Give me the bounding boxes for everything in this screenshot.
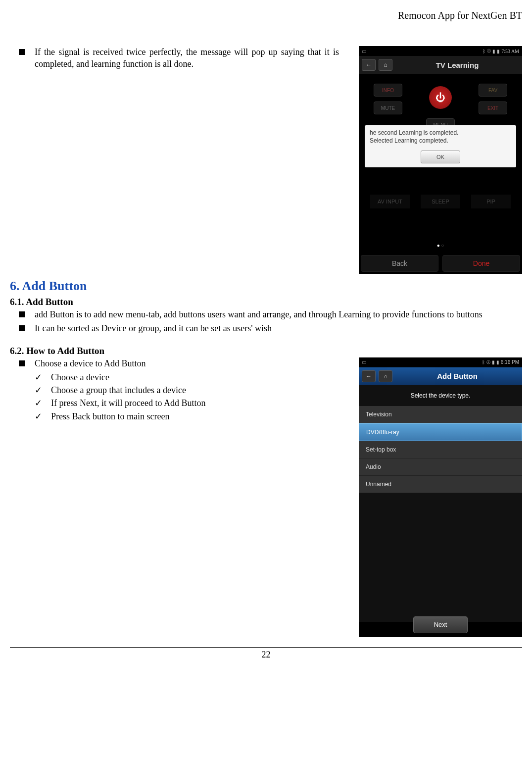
battery-icon: ▮ — [496, 359, 499, 365]
sleep-button[interactable]: SLEEP — [421, 195, 460, 208]
check-icon: ✓ — [35, 384, 42, 396]
device-option-audio[interactable]: Audio — [359, 458, 522, 476]
bullet-icon — [19, 49, 25, 55]
list-item: It can be sorted as Device or group, and… — [10, 322, 522, 334]
intro-text: If the signal is received twice perfectl… — [35, 46, 339, 70]
exit-button[interactable]: EXIT — [479, 101, 507, 114]
mute-button[interactable]: MUTE — [374, 101, 402, 114]
signal-icon: ▮ — [492, 49, 495, 54]
instruction-text: Select the device type. — [359, 385, 522, 406]
check-icon: ✓ — [35, 371, 42, 383]
check-icon: ✓ — [35, 410, 42, 422]
page-number: 22 — [262, 650, 271, 659]
check-item: ✓ Choose a group that includes a device — [10, 384, 339, 396]
screen-title: Add Button — [395, 372, 519, 380]
check-item: ✓ If press Next, it will proceed to Add … — [10, 397, 339, 409]
battery-icon: ▮ — [497, 49, 500, 54]
list-item: Choose a device to Add Button — [10, 357, 339, 369]
bullet-icon — [19, 360, 25, 366]
next-button[interactable]: Next — [413, 616, 468, 633]
intro-bullet: If the signal is received twice perfectl… — [10, 46, 339, 70]
device-option-unnamed[interactable]: Unnamed — [359, 476, 522, 493]
check-text: Choose a group that includes a device — [51, 384, 186, 396]
bullet-text: It can be sorted as Device or group, and… — [35, 322, 522, 334]
signal-icon: ▮ — [492, 359, 495, 365]
bluetooth-icon: ᛒ — [482, 359, 485, 365]
home-icon: ▭ — [362, 359, 366, 365]
list-item: add Button is to add new menu-tab, add b… — [10, 308, 522, 320]
section-title: 6. Add Button — [10, 279, 522, 294]
nav-bar: ← ⌂ TV Learning — [359, 56, 522, 74]
check-text: Press Back button to main screen — [51, 410, 169, 422]
bottom-button-row: AV INPUT SLEEP PIP — [359, 195, 522, 208]
home-button-icon[interactable]: ⌂ — [379, 370, 392, 382]
av-input-button[interactable]: AV INPUT — [370, 195, 410, 208]
screen-title: TV Learning — [395, 61, 519, 69]
intro-row: If the signal is received twice perfectl… — [10, 46, 522, 274]
power-icon: ⏻ — [435, 92, 445, 103]
bullet-text: Choose a device to Add Button — [35, 357, 339, 369]
pip-button[interactable]: PIP — [471, 195, 511, 208]
fav-button[interactable]: FAV — [479, 84, 507, 97]
bullet-text: add Button is to add new menu-tab, add b… — [35, 308, 522, 320]
done-button[interactable]: Done — [442, 255, 520, 272]
status-bar: ▭ ᛒ ⦾ ▮ ▮ 7:53 AM — [359, 46, 522, 56]
subsection-6-2-title: 6.2. How to Add Button — [10, 346, 522, 356]
ok-button[interactable]: OK — [421, 151, 460, 163]
sub2-row: Choose a device to Add Button ✓ Choose a… — [10, 357, 522, 637]
device-option-dvd[interactable]: DVD/Blu-ray — [359, 423, 522, 441]
bullet-icon — [19, 325, 25, 331]
check-icon: ✓ — [35, 397, 42, 409]
add-button-screenshot: ▭ ᛒ ⦾ ▮ ▮ 6:16 PM ← ⌂ Add Button Select … — [359, 357, 522, 637]
device-option-television[interactable]: Television — [359, 406, 522, 423]
bullet-icon — [19, 311, 25, 317]
status-time: 7:53 AM — [501, 49, 519, 54]
check-item: ✓ Choose a device — [10, 371, 339, 383]
dialog-message: he second Learning is completed. Selecte… — [370, 129, 511, 145]
info-button[interactable]: INFO — [374, 84, 402, 97]
status-bar: ▭ ᛒ ⦾ ▮ ▮ 6:16 PM — [359, 357, 522, 367]
check-text: If press Next, it will proceed to Add Bu… — [51, 397, 205, 409]
tv-learning-screenshot: ▭ ᛒ ⦾ ▮ ▮ 7:53 AM ← ⌂ TV Learning INFO F… — [359, 46, 522, 274]
home-button-icon[interactable]: ⌂ — [379, 59, 392, 71]
page-indicator: ● ○ — [359, 243, 522, 248]
back-button[interactable]: Back — [361, 255, 438, 272]
device-option-settop[interactable]: Set-top box — [359, 441, 522, 458]
page-footer: 22 — [10, 647, 522, 660]
footer-buttons: Back Done — [359, 253, 522, 274]
completion-dialog: he second Learning is completed. Selecte… — [365, 125, 516, 167]
document-header: Remocon App for NextGen BT — [10, 10, 522, 21]
nav-bar: ← ⌂ Add Button — [359, 367, 522, 385]
bluetooth-icon: ᛒ — [483, 49, 485, 54]
back-arrow-icon[interactable]: ← — [362, 59, 376, 71]
status-time: 6:16 PM — [501, 359, 519, 365]
header-title: Remocon App for NextGen BT — [398, 10, 522, 21]
section-6: 6. Add Button 6.1. Add Button add Button… — [10, 279, 522, 637]
empty-area — [359, 493, 522, 622]
power-button[interactable]: ⏻ — [429, 86, 452, 109]
home-icon: ▭ — [362, 49, 366, 54]
device-type-list: Television DVD/Blu-ray Set-top box Audio… — [359, 406, 522, 493]
check-text: Choose a device — [51, 371, 109, 383]
subsection-6-1-title: 6.1. Add Button — [10, 297, 522, 307]
check-item: ✓ Press Back button to main screen — [10, 410, 339, 422]
wifi-icon: ⦾ — [486, 359, 490, 365]
back-arrow-icon[interactable]: ← — [362, 370, 376, 382]
wifi-icon: ⦾ — [487, 48, 491, 54]
